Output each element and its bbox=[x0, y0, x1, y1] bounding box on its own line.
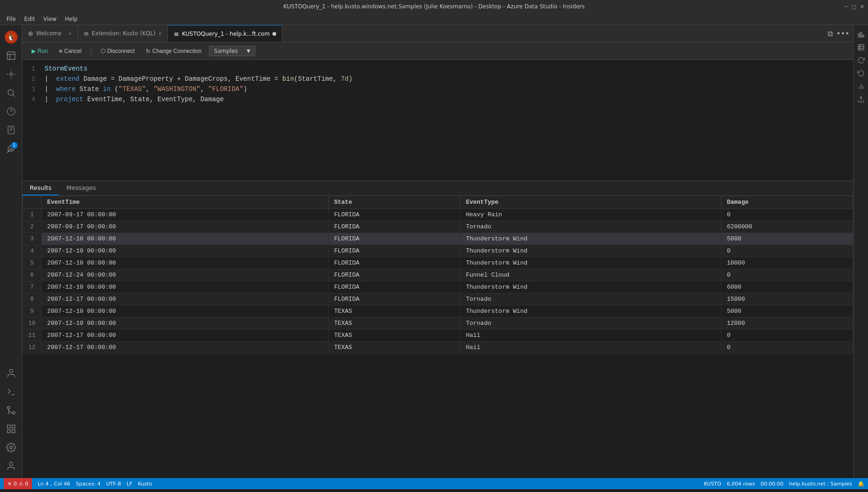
menu-file[interactable]: File bbox=[3, 15, 19, 23]
table-row[interactable]: 4 2007-12-10 00:00:00 FLORIDA Thundersto… bbox=[23, 245, 853, 257]
change-connection-button[interactable]: ↻ Change Connection bbox=[142, 46, 205, 56]
status-schema[interactable]: KUSTO bbox=[704, 481, 721, 487]
tab-welcome-close[interactable]: ✕ bbox=[68, 31, 72, 36]
table-row[interactable]: 12 2007-12-17 00:00:00 TEXAS Hail 0 bbox=[23, 342, 853, 354]
cell-damage: 0 bbox=[721, 342, 853, 354]
git-icon[interactable] bbox=[3, 402, 19, 419]
cell-damage: 10000 bbox=[721, 257, 853, 269]
messages-tab-label: Messages bbox=[66, 184, 96, 191]
results-tab-messages[interactable]: Messages bbox=[59, 181, 104, 195]
svg-point-2 bbox=[8, 90, 13, 95]
export-icon[interactable] bbox=[855, 94, 867, 105]
cell-row-num: 6 bbox=[23, 269, 42, 281]
more-tabs-icon[interactable]: ••• bbox=[836, 29, 849, 38]
status-col-value: Col 46 bbox=[54, 481, 70, 487]
menu-view[interactable]: View bbox=[39, 15, 60, 23]
extensions-icon[interactable]: 1 bbox=[3, 140, 19, 157]
table-icon[interactable] bbox=[855, 42, 867, 53]
col-header-damage[interactable]: Damage bbox=[721, 196, 853, 209]
status-server[interactable]: help.kusto.net : Samples bbox=[789, 481, 852, 487]
menu-help[interactable]: Help bbox=[61, 15, 81, 23]
cell-state: FLORIDA bbox=[328, 245, 460, 257]
explorer-icon[interactable] bbox=[3, 47, 19, 64]
code-editor[interactable]: 1 StormEvents 2 | extend Damage = Damage… bbox=[22, 60, 853, 181]
results-tab-results[interactable]: Results bbox=[22, 181, 59, 195]
cell-eventtype: Funnel Cloud bbox=[460, 269, 721, 281]
tab-extension[interactable]: ≡ Extension: Kusto (KQL) ✕ bbox=[78, 25, 168, 42]
cell-eventtype: Hail bbox=[460, 342, 721, 354]
status-line-ending[interactable]: LF bbox=[127, 481, 132, 487]
cell-row-num: 12 bbox=[23, 342, 42, 354]
table-row[interactable]: 10 2007-12-10 00:00:00 TEXAS Tornado 120… bbox=[23, 317, 853, 330]
notebook-icon[interactable] bbox=[3, 122, 19, 138]
grid-icon[interactable] bbox=[3, 421, 19, 437]
terminal-icon[interactable] bbox=[3, 383, 19, 400]
status-errors[interactable]: ✕ 0 ⚠ 0 bbox=[4, 478, 32, 489]
cell-eventtime: 2007-09-17 00:00:00 bbox=[41, 209, 328, 221]
table-row[interactable]: 2 2007-09-17 00:00:00 FLORIDA Tornado 62… bbox=[23, 221, 853, 233]
settings-icon[interactable] bbox=[3, 439, 19, 456]
cell-eventtime: 2007-09-17 00:00:00 bbox=[41, 221, 328, 233]
col-header-eventtype[interactable]: EventType bbox=[460, 196, 721, 209]
profile-icon[interactable] bbox=[3, 365, 19, 382]
tab-welcome[interactable]: ⊕ Welcome ✕ bbox=[22, 25, 78, 42]
cell-eventtype: Tornado bbox=[460, 221, 721, 233]
cell-damage: 0 bbox=[721, 245, 853, 257]
table-row[interactable]: 1 2007-09-17 00:00:00 FLORIDA Heavy Rain… bbox=[23, 209, 853, 221]
cell-eventtype: Thunderstorm Wind bbox=[460, 233, 721, 245]
cell-eventtype: Thunderstorm Wind bbox=[460, 245, 721, 257]
svg-rect-17 bbox=[858, 34, 860, 37]
status-rows[interactable]: 6,004 rows bbox=[727, 481, 755, 487]
table-row[interactable]: 8 2007-12-17 00:00:00 FLORIDA Tornado 15… bbox=[23, 293, 853, 305]
bar-chart-icon[interactable] bbox=[855, 81, 867, 92]
window-controls[interactable]: ─ □ ✕ bbox=[845, 4, 864, 10]
cell-damage: 12000 bbox=[721, 317, 853, 330]
database-selector[interactable]: Samples ▼ bbox=[209, 46, 255, 56]
cell-eventtime: 2007-12-17 00:00:00 bbox=[41, 342, 328, 354]
status-line[interactable]: Ln 4, Col 46 bbox=[38, 481, 70, 487]
table-row[interactable]: 6 2007-12-24 00:00:00 FLORIDA Funnel Clo… bbox=[23, 269, 853, 281]
table-row[interactable]: 3 2007-12-10 00:00:00 FLORIDA Thundersto… bbox=[23, 233, 853, 245]
data-table-wrapper[interactable]: EventTime State EventType Damage 1 2007-… bbox=[22, 196, 853, 478]
tab-query[interactable]: ≡ KUSTOQuery_1 - help.k...ft.com bbox=[168, 25, 282, 42]
refresh-icon[interactable] bbox=[855, 55, 867, 66]
notification-icon[interactable]: 🔔 bbox=[858, 481, 864, 487]
svg-rect-0 bbox=[7, 52, 15, 60]
status-spaces[interactable]: Spaces: 4 bbox=[76, 481, 100, 487]
col-header-state[interactable]: State bbox=[328, 196, 460, 209]
table-row[interactable]: 7 2007-12-10 00:00:00 FLORIDA Thundersto… bbox=[23, 281, 853, 293]
table-row[interactable]: 5 2007-12-10 00:00:00 FLORIDA Thundersto… bbox=[23, 257, 853, 269]
status-encoding[interactable]: UTF-8 bbox=[106, 481, 121, 487]
chart-bar-icon[interactable] bbox=[855, 29, 867, 40]
table-row[interactable]: 9 2007-12-10 00:00:00 TEXAS Thunderstorm… bbox=[23, 305, 853, 317]
help-icon[interactable] bbox=[3, 103, 19, 120]
cancel-button[interactable]: ■ Cancel bbox=[55, 46, 85, 56]
connections-icon[interactable] bbox=[3, 66, 19, 83]
status-exec-time[interactable]: 00:00:00 bbox=[761, 481, 784, 487]
tab-extension-close[interactable]: ✕ bbox=[158, 31, 162, 36]
status-language[interactable]: Kusto bbox=[138, 481, 152, 487]
menu-edit[interactable]: Edit bbox=[20, 15, 39, 23]
disconnect-button[interactable]: ⬡ Disconnect bbox=[97, 46, 138, 56]
ubuntu-logo[interactable]: 🐧 bbox=[3, 29, 19, 45]
cell-row-num: 11 bbox=[23, 330, 42, 342]
svg-point-10 bbox=[7, 407, 10, 409]
svg-point-16 bbox=[9, 462, 13, 466]
status-bar: ✕ 0 ⚠ 0 Ln 4, Col 46 Spaces: 4 UTF-8 LF … bbox=[0, 478, 868, 489]
disconnect-icon: ⬡ bbox=[101, 48, 105, 54]
account-icon[interactable] bbox=[3, 458, 19, 474]
extension-tab-icon: ≡ bbox=[84, 30, 89, 37]
cell-eventtime: 2007-12-24 00:00:00 bbox=[41, 269, 328, 281]
table-row[interactable]: 11 2007-12-17 00:00:00 TEXAS Hail 0 bbox=[23, 330, 853, 342]
close-icon[interactable]: ✕ bbox=[860, 4, 864, 10]
run-button[interactable]: ▶ Run bbox=[28, 46, 52, 56]
cell-row-num: 7 bbox=[23, 281, 42, 293]
results-area: Results Messages EventTime State EventTy… bbox=[22, 181, 853, 478]
col-header-eventtime[interactable]: EventTime bbox=[41, 196, 328, 209]
split-editor-icon[interactable]: ⧉ bbox=[828, 29, 833, 38]
maximize-icon[interactable]: □ bbox=[851, 4, 856, 10]
table-header-row: EventTime State EventType Damage bbox=[23, 196, 853, 209]
search-icon[interactable] bbox=[3, 84, 19, 101]
refresh-down-icon[interactable] bbox=[855, 68, 867, 79]
minimize-icon[interactable]: ─ bbox=[845, 4, 848, 10]
